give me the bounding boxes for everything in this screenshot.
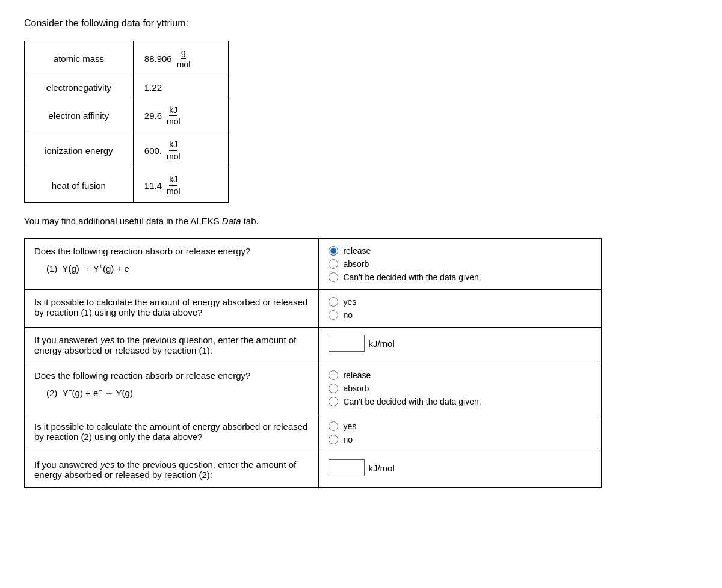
radio-group: releaseabsorbCan't be decided with the d… bbox=[329, 370, 591, 406]
question-row: Does the following reaction absorb or re… bbox=[25, 363, 602, 414]
radio-input[interactable] bbox=[329, 397, 338, 406]
property-label: ionization energy bbox=[25, 133, 134, 168]
value-number: 11.4 bbox=[144, 180, 162, 191]
unit-denominator: mol bbox=[167, 186, 180, 197]
question-right: kJ/mol bbox=[319, 452, 602, 488]
property-value: 88.906 g mol bbox=[133, 41, 228, 76]
question-row: If you answered yes to the previous ques… bbox=[25, 452, 602, 488]
property-label: electron affinity bbox=[25, 99, 134, 133]
radio-input[interactable] bbox=[329, 246, 338, 256]
unit-fraction: g mol bbox=[177, 47, 191, 70]
unit-numerator: kJ bbox=[169, 139, 177, 151]
question-text: If you answered yes to the previous ques… bbox=[34, 335, 309, 355]
unit-denominator: mol bbox=[167, 116, 180, 127]
radio-label: Can't be decided with the data given. bbox=[343, 272, 481, 282]
unit-fraction: kJ mol bbox=[167, 174, 180, 197]
value-number: 29.6 bbox=[144, 111, 162, 121]
unit-denominator: mol bbox=[167, 151, 180, 162]
question-left: Does the following reaction absorb or re… bbox=[25, 363, 319, 414]
radio-option[interactable]: Can't be decided with the data given. bbox=[329, 397, 591, 406]
aleks-note: You may find additional useful data in t… bbox=[24, 216, 698, 226]
radio-input[interactable] bbox=[329, 421, 338, 431]
radio-input[interactable] bbox=[329, 370, 338, 380]
question-text: If you answered yes to the previous ques… bbox=[34, 459, 309, 480]
radio-label: yes bbox=[343, 297, 356, 307]
property-value: 29.6 kJ mol bbox=[133, 99, 228, 133]
energy-unit-label: kJ/mol bbox=[368, 463, 394, 473]
radio-group: yesno bbox=[329, 297, 591, 320]
radio-label: no bbox=[343, 435, 353, 444]
radio-label: Can't be decided with the data given. bbox=[343, 397, 481, 406]
property-value: 600. kJ mol bbox=[133, 133, 228, 168]
energy-value-input[interactable] bbox=[329, 459, 365, 476]
question-left: Is it possible to calculate the amount o… bbox=[25, 414, 319, 452]
yttrium-data-table: atomic mass88.906 g mol electronegativit… bbox=[24, 41, 229, 203]
unit-numerator: kJ bbox=[169, 174, 177, 186]
radio-group: yesno bbox=[329, 421, 591, 444]
value-number: 88.906 bbox=[144, 54, 172, 64]
question-left: Does the following reaction absorb or re… bbox=[25, 239, 319, 290]
property-label: electronegativity bbox=[25, 76, 134, 99]
value-number: 600. bbox=[144, 145, 162, 156]
value-with-unit: 88.906 g mol bbox=[144, 47, 217, 70]
question-left: If you answered yes to the previous ques… bbox=[25, 452, 319, 488]
radio-input[interactable] bbox=[329, 259, 338, 269]
reaction-equation: (2) Y+(g) + e− → Y(g) bbox=[46, 387, 309, 398]
radio-option[interactable]: no bbox=[329, 310, 591, 320]
radio-input[interactable] bbox=[329, 272, 338, 282]
question-left: If you answered yes to the previous ques… bbox=[25, 328, 319, 363]
radio-input[interactable] bbox=[329, 384, 338, 393]
radio-label: absorb bbox=[343, 384, 369, 393]
radio-input[interactable] bbox=[329, 435, 338, 444]
radio-option[interactable]: absorb bbox=[329, 259, 591, 269]
question-right: yesno bbox=[319, 414, 602, 452]
radio-option[interactable]: no bbox=[329, 435, 591, 444]
radio-input[interactable] bbox=[329, 297, 338, 307]
radio-input[interactable] bbox=[329, 310, 338, 320]
question-right: releaseabsorbCan't be decided with the d… bbox=[319, 239, 602, 290]
radio-option[interactable]: yes bbox=[329, 421, 591, 431]
energy-input-group: kJ/mol bbox=[329, 459, 591, 476]
property-value: 11.4 kJ mol bbox=[133, 168, 228, 203]
energy-input-group: kJ/mol bbox=[329, 335, 591, 352]
radio-label: release bbox=[343, 246, 371, 256]
question-text: Is it possible to calculate the amount o… bbox=[34, 421, 309, 442]
property-label: atomic mass bbox=[25, 41, 134, 76]
energy-value-input[interactable] bbox=[329, 335, 365, 352]
energy-unit-label: kJ/mol bbox=[368, 338, 394, 349]
question-right: releaseabsorbCan't be decided with the d… bbox=[319, 363, 602, 414]
property-label: heat of fusion bbox=[25, 168, 134, 203]
question-row: If you answered yes to the previous ques… bbox=[25, 328, 602, 363]
question-right: kJ/mol bbox=[319, 328, 602, 363]
unit-numerator: g bbox=[181, 47, 186, 59]
question-row: Does the following reaction absorb or re… bbox=[25, 239, 602, 290]
question-text: Does the following reaction absorb or re… bbox=[34, 246, 309, 256]
question-row: Is it possible to calculate the amount o… bbox=[25, 414, 602, 452]
question-left: Is it possible to calculate the amount o… bbox=[25, 290, 319, 328]
unit-denominator: mol bbox=[177, 59, 191, 70]
value-with-unit: 29.6 kJ mol bbox=[144, 105, 217, 127]
radio-label: no bbox=[343, 310, 353, 320]
radio-option[interactable]: release bbox=[329, 370, 591, 380]
question-text: Does the following reaction absorb or re… bbox=[34, 370, 309, 381]
unit-fraction: kJ mol bbox=[167, 105, 180, 127]
radio-label: absorb bbox=[343, 259, 369, 269]
intro-text: Consider the following data for yttrium: bbox=[24, 18, 698, 29]
reaction-equation: (1) Y(g) → Y+(g) + e− bbox=[46, 262, 309, 274]
value-with-unit: 600. kJ mol bbox=[144, 139, 217, 162]
radio-option[interactable]: release bbox=[329, 246, 591, 256]
question-right: yesno bbox=[319, 290, 602, 328]
unit-fraction: kJ mol bbox=[167, 139, 180, 162]
question-table: Does the following reaction absorb or re… bbox=[24, 238, 602, 488]
unit-numerator: kJ bbox=[169, 105, 177, 117]
question-text: Is it possible to calculate the amount o… bbox=[34, 297, 309, 317]
radio-option[interactable]: absorb bbox=[329, 384, 591, 393]
radio-group: releaseabsorbCan't be decided with the d… bbox=[329, 246, 591, 282]
property-value: 1.22 bbox=[133, 76, 228, 99]
value-with-unit: 11.4 kJ mol bbox=[144, 174, 217, 197]
radio-label: yes bbox=[343, 421, 356, 431]
radio-option[interactable]: Can't be decided with the data given. bbox=[329, 272, 591, 282]
radio-option[interactable]: yes bbox=[329, 297, 591, 307]
question-row: Is it possible to calculate the amount o… bbox=[25, 290, 602, 328]
radio-label: release bbox=[343, 370, 371, 380]
